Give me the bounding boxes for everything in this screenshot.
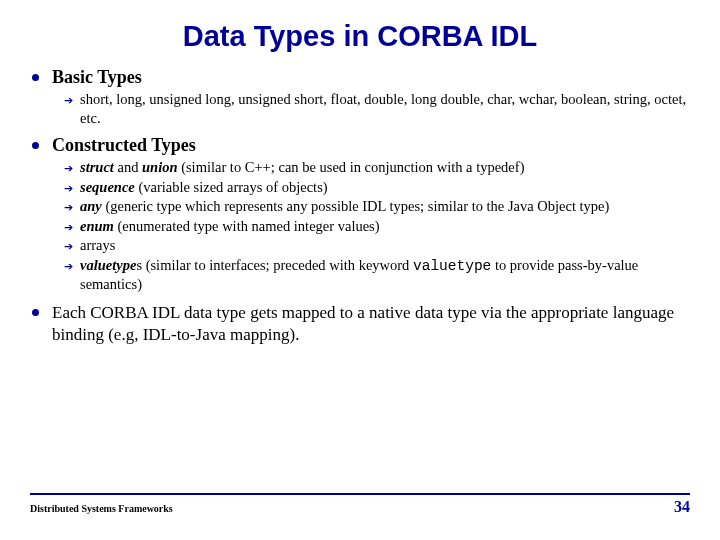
bullet-basic-types: Basic Types ➔ short, long, unsigned long… [30, 67, 690, 127]
sub-item: ➔ arrays [64, 236, 690, 255]
bullet-dot-icon [32, 309, 39, 316]
arrow-icon: ➔ [64, 161, 73, 175]
sub-text: arrays [80, 237, 115, 253]
arrow-icon: ➔ [64, 220, 73, 234]
bullet-constructed-types: Constructed Types ➔ struct and union (si… [30, 135, 690, 294]
sub-text: any (generic type which represents any p… [80, 198, 609, 214]
sub-item: ➔ short, long, unsigned long, unsigned s… [64, 90, 690, 127]
footer: Distributed Systems Frameworks 34 [30, 493, 690, 516]
sub-item: ➔ enum (enumerated type with named integ… [64, 217, 690, 236]
main-bullet-list: Basic Types ➔ short, long, unsigned long… [30, 67, 690, 345]
arrow-icon: ➔ [64, 239, 73, 253]
bullet-mapping-note: Each CORBA IDL data type gets mapped to … [30, 302, 690, 346]
arrow-icon: ➔ [64, 181, 73, 195]
page-number: 34 [674, 498, 690, 516]
bullet-dot-icon [32, 74, 39, 81]
sub-text: struct and union (similar to C++; can be… [80, 159, 524, 175]
section-body: Each CORBA IDL data type gets mapped to … [52, 302, 690, 346]
sub-text: sequence (variable sized arrays of objec… [80, 179, 328, 195]
sub-text: valuetypes (similar to interfaces; prece… [80, 257, 638, 293]
sub-item: ➔ struct and union (similar to C++; can … [64, 158, 690, 177]
sub-text: short, long, unsigned long, unsigned sho… [80, 91, 686, 126]
sub-list-basic: ➔ short, long, unsigned long, unsigned s… [52, 90, 690, 127]
arrow-icon: ➔ [64, 93, 73, 107]
sub-text: enum (enumerated type with named integer… [80, 218, 380, 234]
sub-item: ➔ sequence (variable sized arrays of obj… [64, 178, 690, 197]
section-heading: Constructed Types [52, 135, 690, 156]
sub-item: ➔ any (generic type which represents any… [64, 197, 690, 216]
footer-divider [30, 493, 690, 495]
sub-list-constructed: ➔ struct and union (similar to C++; can … [52, 158, 690, 294]
sub-item: ➔ valuetypes (similar to interfaces; pre… [64, 256, 690, 294]
arrow-icon: ➔ [64, 200, 73, 214]
bullet-dot-icon [32, 142, 39, 149]
arrow-icon: ➔ [64, 259, 73, 273]
footer-left-text: Distributed Systems Frameworks [30, 503, 173, 514]
slide-title: Data Types in CORBA IDL [30, 20, 690, 53]
section-heading: Basic Types [52, 67, 690, 88]
